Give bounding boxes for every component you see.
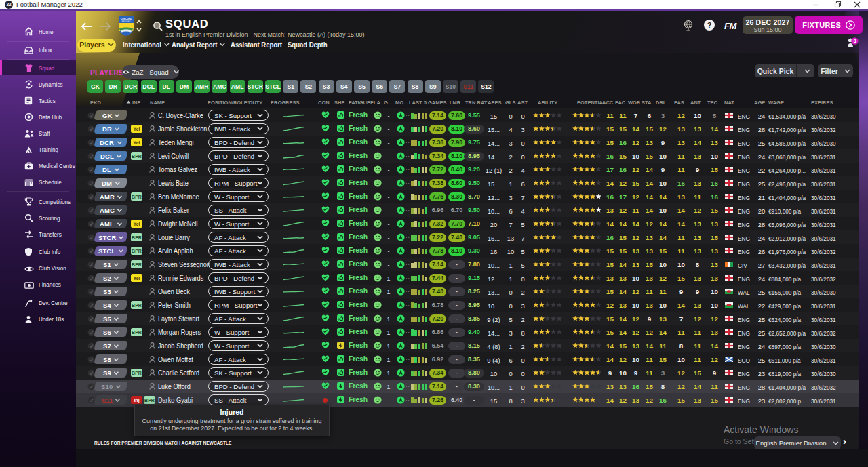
svg-text:CONCORD: CONCORD — [121, 18, 132, 20]
svg-text:3: 3 — [853, 38, 856, 44]
svg-text:RANGERS: RANGERS — [122, 20, 131, 23]
